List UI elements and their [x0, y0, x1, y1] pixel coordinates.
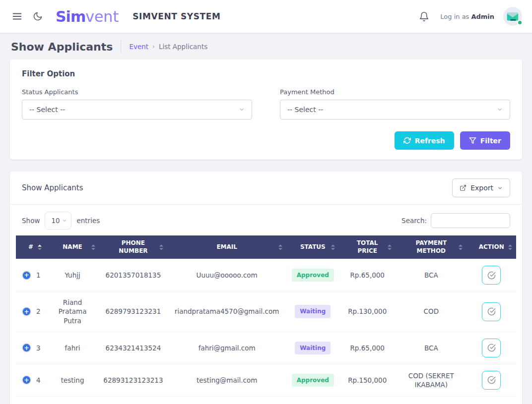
login-label: Log in as — [440, 13, 469, 20]
expand-icon[interactable]: + — [23, 344, 30, 351]
row-number: 1 — [36, 271, 41, 280]
search-input[interactable] — [431, 213, 510, 228]
col-header-status[interactable]: STATUS — [286, 235, 339, 259]
cell-name: testing — [46, 364, 99, 396]
export-button-label: Export — [470, 184, 493, 192]
col-header-payment[interactable]: PAYMENT METHOD — [396, 235, 466, 259]
cell-phone: 6289793123231 — [99, 291, 167, 332]
entries-label: entries — [76, 217, 100, 225]
table-row: +3 fahri 6234321413524 fahri@gmail.com W… — [16, 332, 516, 364]
chevron-down-icon — [497, 107, 503, 113]
avatar[interactable] — [503, 7, 522, 26]
expand-icon[interactable]: + — [23, 308, 30, 315]
cell-phone: 6201357018135 — [99, 259, 167, 291]
cell-payment: BCA — [396, 396, 466, 404]
export-icon — [460, 184, 466, 191]
cell-email: Uuuu@ooooo.com — [167, 259, 287, 291]
filter-button-label: Filter — [480, 137, 501, 145]
login-status: Log in asAdmin — [440, 13, 494, 20]
table-row: +2 Riand Pratama Putra 6289793123231 ria… — [16, 291, 516, 332]
cell-payment: BCA — [396, 259, 466, 291]
approve-action-button[interactable] — [482, 302, 501, 321]
top-navbar: Simvent SIMVENT SYSTEM Log in asAdmin — [0, 0, 532, 33]
filter-card-title: Filter Option — [22, 69, 510, 78]
breadcrumb: Event › List Applicants — [129, 43, 207, 51]
filter-card: Filter Option Status Applicants -- Selec… — [10, 59, 522, 160]
page-title: Show Applicants — [11, 41, 113, 53]
system-title: SIMVENT SYSTEM — [133, 11, 220, 21]
sort-icon — [388, 244, 392, 250]
breadcrumb-event-link[interactable]: Event — [129, 43, 148, 51]
chevron-down-icon — [497, 185, 503, 191]
brand-logo-bold: Sim — [56, 8, 85, 25]
approve-action-icon — [487, 271, 496, 280]
cell-name: Yuhjj — [46, 259, 99, 291]
moon-icon[interactable] — [31, 9, 45, 23]
expand-icon[interactable]: + — [23, 272, 30, 279]
col-header-num[interactable]: # — [16, 235, 46, 259]
approve-action-icon — [487, 376, 496, 384]
cell-name: Riand Pratama Putra — [46, 396, 99, 404]
entries-select[interactable]: 10 — [45, 212, 71, 230]
menu-icon[interactable] — [10, 9, 25, 24]
search-label: Search: — [401, 217, 427, 225]
cell-email: testing@mail.com — [167, 364, 287, 396]
row-number: 2 — [36, 307, 41, 316]
filter-icon — [469, 137, 476, 144]
breadcrumb-current: List Applicants — [159, 43, 207, 51]
sort-icon — [38, 244, 42, 250]
refresh-button[interactable]: Refresh — [395, 131, 454, 150]
col-header-total[interactable]: TOTAL PRICE — [339, 235, 396, 259]
online-dot — [517, 20, 523, 25]
applicants-table: # NAME PHONE NUMBER EMAIL STATUS TOTAL P… — [16, 235, 516, 404]
refresh-icon — [403, 137, 411, 144]
login-user: Admin — [471, 13, 494, 20]
cell-phone: 6283857000613 — [99, 396, 167, 404]
cell-payment: COD — [396, 291, 466, 332]
chevron-down-icon — [62, 218, 67, 223]
col-header-name[interactable]: NAME — [46, 235, 99, 259]
table-row: +5 Riand Pratama Putra 6283857000613 ria… — [16, 396, 516, 404]
sort-icon — [331, 244, 335, 250]
brand-logo[interactable]: Simvent — [56, 8, 119, 25]
cell-name: Riand Pratama Putra — [46, 291, 99, 332]
applicants-card: Show Applicants Export Show 10 entries S… — [10, 172, 522, 404]
cell-phone: 6234321413524 — [99, 332, 167, 364]
col-header-email[interactable]: EMAIL — [167, 235, 287, 259]
approve-action-icon — [487, 307, 496, 316]
breadcrumb-chevron-icon: › — [152, 43, 155, 50]
sort-icon — [508, 244, 512, 250]
payment-method-select[interactable]: -- Select -- — [280, 100, 510, 119]
refresh-button-label: Refresh — [415, 137, 445, 145]
sort-icon — [159, 244, 163, 250]
cell-email: fahri@gmail.com — [167, 332, 287, 364]
col-header-phone[interactable]: PHONE NUMBER — [99, 235, 167, 259]
applicants-card-title: Show Applicants — [22, 183, 83, 192]
bell-icon[interactable] — [417, 9, 431, 24]
cell-phone: 62893123123213 — [99, 364, 167, 396]
sort-icon — [459, 244, 463, 250]
approve-action-icon — [487, 344, 496, 352]
brand-logo-light: vent — [85, 8, 119, 25]
approve-action-button[interactable] — [482, 339, 501, 357]
status-applicants-select[interactable]: -- Select -- — [22, 100, 252, 119]
export-button[interactable]: Export — [452, 178, 510, 197]
title-divider — [121, 40, 121, 53]
status-badge: Approved — [292, 269, 334, 282]
show-label: Show — [22, 217, 40, 225]
status-badge: Approved — [292, 374, 334, 387]
status-badge: Waiting — [295, 342, 331, 354]
cell-total: Rp.65,000 — [339, 259, 396, 291]
expand-icon[interactable]: + — [23, 376, 30, 384]
status-badge: Waiting — [295, 305, 331, 318]
col-header-action[interactable]: ACTION — [466, 235, 516, 259]
approve-action-button[interactable] — [482, 371, 501, 390]
entries-value: 10 — [51, 217, 60, 225]
approve-action-button[interactable] — [482, 266, 501, 285]
cell-email: riandpratama4570@gmail.com — [167, 396, 287, 404]
table-row: +4 testing 62893123123213 testing@mail.c… — [16, 364, 516, 396]
filter-button[interactable]: Filter — [460, 131, 510, 150]
row-number: 3 — [36, 344, 41, 352]
sort-icon — [91, 244, 95, 250]
cell-payment: BCA — [396, 332, 466, 364]
